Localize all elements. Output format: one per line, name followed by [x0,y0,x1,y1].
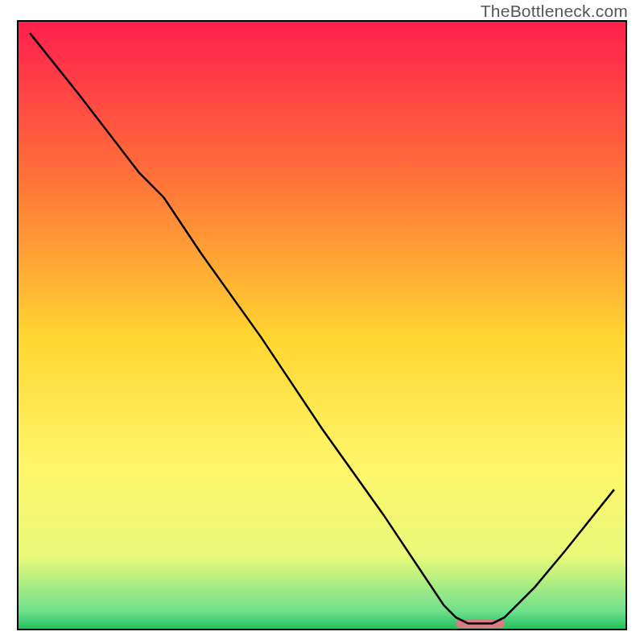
plot-background [18,21,626,630]
chart-canvas [0,0,644,644]
watermark-text: TheBottleneck.com [481,2,628,21]
